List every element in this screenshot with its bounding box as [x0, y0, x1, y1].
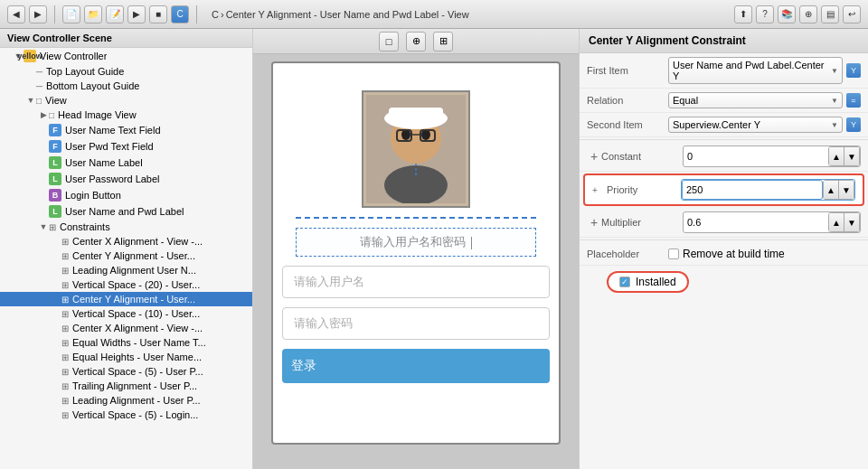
back-button[interactable]: ◀: [7, 5, 25, 23]
tree-item-top-layout[interactable]: ─Top Layout Guide: [0, 64, 252, 79]
priority-input-wrap: ▲ ▼: [681, 179, 855, 201]
password-input[interactable]: 请输入密码: [282, 307, 550, 340]
tree-item-pwd-label[interactable]: LUser Password Label: [0, 171, 252, 187]
profile-image: [362, 90, 470, 208]
constant-stepper: ▲ ▼: [683, 145, 861, 167]
tree-item-c7[interactable]: ⊞Center X Alignment - View -...: [0, 321, 252, 335]
multiplier-input[interactable]: [684, 212, 828, 232]
canvas-tool-frame[interactable]: ⊞: [433, 32, 453, 52]
multiplier-up[interactable]: ▲: [829, 213, 844, 231]
relation-label: Relation: [587, 95, 668, 106]
file-btn[interactable]: 📄: [62, 5, 80, 23]
second-item-select-field[interactable]: Superview.Center Y ▼: [668, 117, 843, 133]
first-item-row: First Item User Name and Pwd Label.Cente…: [580, 53, 868, 89]
tree-item-c11[interactable]: ⊞Trailing Alignment - User P...: [0, 379, 252, 393]
priority-input[interactable]: [682, 180, 823, 200]
tree-label: View Controller: [40, 51, 107, 61]
panel-btn[interactable]: ▤: [821, 5, 839, 23]
tree-label: User Pwd Text Field: [65, 141, 154, 152]
tree-item-c5[interactable]: ⊞Center Y Alignment - User...: [0, 292, 252, 306]
first-item-select-field[interactable]: User Name and Pwd Label.Center Y ▼: [668, 57, 843, 84]
tree-badge: F: [49, 124, 61, 136]
tree-item-constraints[interactable]: ▼⊞Constraints: [0, 220, 252, 234]
tree-icon: ⊞: [61, 338, 69, 348]
multiplier-row: + Multiplier ▲ ▼: [580, 208, 868, 238]
folder-btn[interactable]: 📁: [84, 5, 102, 23]
priority-add-btn[interactable]: +: [592, 185, 603, 195]
tree-item-c12[interactable]: ⊞Leading Alignment - User P...: [0, 393, 252, 408]
username-pwd-label: 请输入用户名和密码: [296, 228, 536, 257]
help-btn[interactable]: ?: [756, 5, 774, 23]
canvas: □ ⊕ ⊞: [253, 29, 579, 469]
first-item-select[interactable]: User Name and Pwd Label.Center Y ▼: [668, 57, 843, 84]
tree-label: Trailing Alignment - User P...: [72, 380, 197, 391]
tree-icon: ⊞: [61, 367, 69, 377]
constant-down[interactable]: ▼: [844, 147, 859, 165]
priority-up[interactable]: ▲: [824, 181, 838, 199]
right-panel: Center Y Alignment Constraint First Item…: [579, 29, 868, 469]
run-btn[interactable]: ▶: [127, 5, 146, 23]
tree-item-c9[interactable]: ⊞Equal Heights - User Name...: [0, 350, 252, 364]
tree-item-c6[interactable]: ⊞Vertical Space - (10) - User...: [0, 306, 252, 321]
doc-btn[interactable]: 📝: [106, 5, 124, 23]
tree-item-view[interactable]: ▼□View: [0, 93, 252, 108]
tree-label: User Name Text Field: [65, 125, 161, 136]
username-placeholder: 请输入用户名: [294, 275, 364, 288]
tree-item-view-controller[interactable]: ▼yellowView Controller: [0, 48, 252, 64]
tree-item-c8[interactable]: ⊞Equal Widths - User Name T...: [0, 335, 252, 350]
tree-icon: ─: [36, 81, 42, 91]
login-button[interactable]: 登录: [282, 349, 550, 383]
relation-select-field[interactable]: Equal ▼: [668, 92, 843, 108]
svg-point-9: [384, 165, 448, 203]
installed-checkbox[interactable]: ✓: [619, 277, 630, 287]
tree-item-c13[interactable]: ⊞Vertical Space - (5) - Login...: [0, 408, 252, 422]
constant-input[interactable]: [684, 146, 828, 166]
constant-add-btn[interactable]: +: [587, 149, 601, 164]
relation-select[interactable]: Equal ▼: [668, 92, 843, 108]
tree-item-c2[interactable]: ⊞Center Y Alignment - User...: [0, 249, 252, 263]
toolbar-sep2: [196, 5, 197, 23]
tree-arrow: ▼: [25, 96, 36, 105]
tree-item-login-btn[interactable]: BLogin Button: [0, 187, 252, 203]
second-item-select[interactable]: Superview.Center Y ▼: [668, 117, 843, 133]
tree-container: ▼yellowView Controller─Top Layout Guide─…: [0, 48, 252, 422]
tree-item-username-field[interactable]: FUser Name Text Field: [0, 122, 252, 138]
tree-badge: L: [49, 173, 61, 185]
constraint-line: [296, 217, 536, 219]
divider2: [580, 239, 868, 240]
canvas-tool-add[interactable]: ⊕: [406, 32, 426, 52]
remove-build-checkbox[interactable]: [668, 249, 679, 259]
tree-item-c3[interactable]: ⊞Leading Alignment User N...: [0, 263, 252, 277]
tree-badge: B: [49, 189, 61, 202]
layout-btn[interactable]: ↩: [843, 5, 861, 23]
tree-item-username-label[interactable]: LUser Name Label: [0, 155, 252, 171]
tree-item-bottom-layout[interactable]: ─Bottom Layout Guide: [0, 79, 252, 93]
tree-item-c4[interactable]: ⊞Vertical Space - (20) - User...: [0, 277, 252, 292]
tree-icon: ⊞: [61, 251, 69, 261]
toolbar-right: ⬆ ? 📚 ⊕ ▤ ↩: [734, 5, 861, 23]
forward-button[interactable]: ▶: [29, 5, 47, 23]
tree-icon: ⊞: [61, 309, 69, 319]
tree-item-pwd-field[interactable]: FUser Pwd Text Field: [0, 138, 252, 155]
library-btn[interactable]: 📚: [778, 5, 796, 23]
constant-up[interactable]: ▲: [829, 147, 844, 165]
inspector-btn[interactable]: ⊕: [799, 5, 817, 23]
tree-item-c10[interactable]: ⊞Vertical Space - (5) - User P...: [0, 364, 252, 379]
username-input[interactable]: 请输入用户名: [282, 266, 550, 298]
priority-down[interactable]: ▼: [839, 181, 854, 199]
tree-label: View: [45, 95, 67, 106]
tree-item-usernamepwd-label[interactable]: LUser Name and Pwd Label: [0, 203, 252, 220]
tree-label: Constraints: [60, 221, 110, 232]
tree-label: Vertical Space - (20) - User...: [72, 279, 200, 290]
multiplier-add-btn[interactable]: +: [587, 215, 601, 230]
scheme-btn[interactable]: C: [171, 5, 189, 23]
share-btn[interactable]: ⬆: [734, 5, 752, 23]
tree-item-head-image[interactable]: ▶□Head Image View: [0, 108, 252, 122]
tree-label: Head Image View: [58, 109, 137, 120]
tree-icon: ─: [36, 67, 42, 77]
multiplier-down[interactable]: ▼: [844, 213, 859, 231]
tree-icon: □: [36, 96, 42, 106]
tree-item-c1[interactable]: ⊞Center X Alignment - View -...: [0, 234, 252, 249]
stop-btn[interactable]: ■: [149, 5, 167, 23]
canvas-tool-square[interactable]: □: [379, 32, 399, 52]
